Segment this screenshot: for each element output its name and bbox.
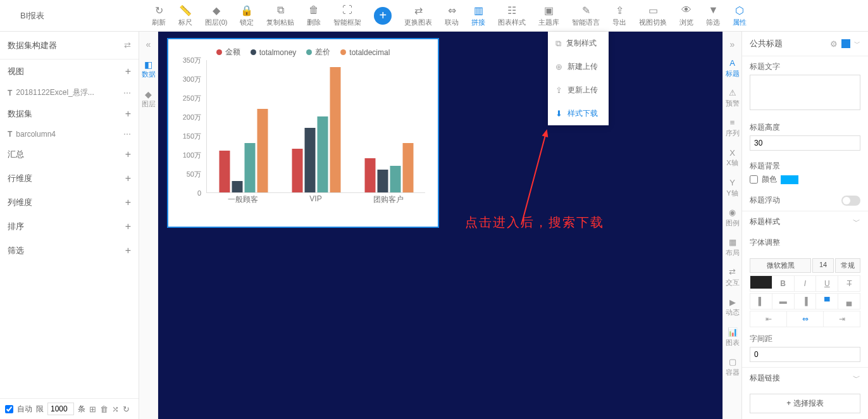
bar[interactable] <box>292 149 302 192</box>
bar[interactable] <box>232 181 242 192</box>
chevron-down-icon[interactable]: ﹀ <box>854 39 860 48</box>
tool-smartframe[interactable]: ⛶智能框架 <box>327 0 368 32</box>
tool-join[interactable]: ▥拼接 <box>465 0 492 32</box>
title-text-input[interactable] <box>750 75 860 110</box>
legend-差价[interactable]: 差价 <box>306 47 330 58</box>
font-color-button[interactable] <box>750 276 772 289</box>
add-filter-button[interactable]: + <box>125 245 131 256</box>
bar[interactable] <box>390 166 400 192</box>
grid-icon[interactable]: ⊞ <box>89 404 96 414</box>
bar[interactable] <box>257 109 268 192</box>
align-left-button[interactable]: ▌ <box>750 294 772 309</box>
indent-right-button[interactable]: ⇥ <box>824 311 860 327</box>
add-dataset-button[interactable]: + <box>125 108 131 120</box>
tool-viewswitch[interactable]: ▭视图切换 <box>633 0 673 32</box>
bold-button[interactable]: B <box>772 276 795 291</box>
expand-link-icon[interactable]: ﹀ <box>853 373 860 384</box>
tool-refresh[interactable]: ↻刷新 <box>146 0 172 32</box>
tool-delete[interactable]: 🗑删除 <box>301 0 327 32</box>
add-coldim-button[interactable]: + <box>125 197 131 208</box>
dropdown-样式下载[interactable]: ⬇样式下载 <box>548 102 609 125</box>
tool-link[interactable]: ⇔联动 <box>438 0 465 32</box>
add-rowdim-button[interactable]: + <box>125 173 131 184</box>
bar[interactable] <box>244 143 255 192</box>
view-item[interactable]: T20181122Excel_悬浮...⋯ <box>0 84 139 102</box>
view-item-menu[interactable]: ⋯ <box>123 89 131 97</box>
add-view-button[interactable]: + <box>125 66 131 77</box>
spacing-input[interactable] <box>750 347 860 362</box>
bar[interactable] <box>219 151 230 192</box>
trash-icon[interactable]: 🗑 <box>100 404 108 414</box>
rtab-图例[interactable]: ◉图例 <box>724 203 741 232</box>
auto-checkbox[interactable] <box>5 405 13 413</box>
dropdown-复制样式[interactable]: ⧉复制样式 <box>548 32 609 55</box>
indent-center-button[interactable]: ⇔ <box>787 311 824 327</box>
bar[interactable] <box>377 170 388 192</box>
rtab-标题[interactable]: A标题 <box>724 53 741 83</box>
tool-ruler[interactable]: 📏标尺 <box>172 0 199 32</box>
builder-toggle-icon[interactable]: ⇄ <box>124 41 131 50</box>
select-report-button[interactable]: + 选择报表 <box>750 394 860 413</box>
tool-theme[interactable]: ▣主题库 <box>532 0 566 32</box>
expand-icon[interactable]: ﹀ <box>853 216 860 227</box>
strike-button[interactable]: T̶ <box>838 276 860 291</box>
rtab-序列[interactable]: ≡序列 <box>724 113 741 142</box>
rtab-布局[interactable]: ▦布局 <box>724 232 741 262</box>
header-checkbox[interactable] <box>841 39 850 48</box>
limit-input[interactable] <box>47 403 74 415</box>
align-center-button[interactable]: ▬ <box>772 294 795 309</box>
collapse-right-icon[interactable]: » <box>730 39 735 49</box>
dataset-item-menu[interactable]: ⋯ <box>123 130 131 139</box>
tool-export[interactable]: ⇪导出 <box>606 0 633 32</box>
align-bottom-button[interactable]: ▄ <box>838 294 860 309</box>
font-family-select[interactable]: 微软雅黑 <box>750 258 811 273</box>
title-height-input[interactable] <box>750 135 860 151</box>
bar[interactable] <box>402 143 413 192</box>
bar[interactable] <box>364 158 375 192</box>
tool-layer[interactable]: ◆图层(0) <box>199 0 233 32</box>
rtab-X轴[interactable]: XX轴 <box>724 143 741 173</box>
tool-copypaste[interactable]: ⧉复制粘贴 <box>260 0 301 32</box>
canvas[interactable]: 金额totalmoney差价totaldecimal 050万100万150万2… <box>158 32 722 419</box>
color-swatch[interactable] <box>781 175 798 184</box>
italic-button[interactable]: I <box>795 276 817 291</box>
align-top-button[interactable]: ▀ <box>816 294 838 309</box>
underline-button[interactable]: U <box>816 276 838 291</box>
rtab-动态[interactable]: ▶动态 <box>724 292 741 322</box>
rtab-交互[interactable]: ⇄交互 <box>724 262 741 292</box>
chart-container[interactable]: 金额totalmoney差价totaldecimal 050万100万150万2… <box>167 38 439 228</box>
add-summary-button[interactable]: + <box>125 149 131 160</box>
color-checkbox[interactable] <box>750 175 758 184</box>
tool-lock[interactable]: 🔒锁定 <box>233 0 260 32</box>
strip-layer-tab[interactable]: ◆图层 <box>142 84 156 114</box>
tool-preview[interactable]: 👁浏览 <box>673 0 700 32</box>
tool-voice[interactable]: ✎智能语言 <box>566 0 606 32</box>
dropdown-更新上传[interactable]: ⇪更新上传 <box>548 78 609 102</box>
tool-prop[interactable]: ⬡属性 <box>726 0 753 32</box>
tool-filter[interactable]: ▼筛选 <box>700 0 726 32</box>
dataset-item[interactable]: Tbarcolumn4⋯ <box>0 126 139 142</box>
shuffle-icon[interactable]: ⤭ <box>112 404 119 414</box>
gear-icon[interactable]: ⚙ <box>830 39 838 49</box>
add-sort-button[interactable]: + <box>125 221 131 232</box>
dropdown-新建上传[interactable]: ⊕新建上传 <box>548 55 609 78</box>
font-size-select[interactable]: 14 <box>812 258 834 273</box>
rtab-Y轴[interactable]: YY轴 <box>724 173 741 203</box>
bar[interactable] <box>317 116 328 192</box>
bar[interactable] <box>330 67 340 192</box>
rtab-预警[interactable]: ⚠预警 <box>724 83 741 113</box>
align-right-button[interactable]: ▐ <box>795 294 817 309</box>
legend-金额[interactable]: 金额 <box>216 47 240 58</box>
tool-chartstyle[interactable]: ☷图表样式 <box>492 0 532 32</box>
legend-totalmoney[interactable]: totalmoney <box>251 47 297 58</box>
tool-add[interactable]: + <box>368 0 398 32</box>
strip-data-tab[interactable]: ◧数据 <box>142 54 156 84</box>
bar[interactable] <box>304 128 315 192</box>
tool-changechart[interactable]: ⇄更换图表 <box>398 0 438 32</box>
collapse-left-icon[interactable]: « <box>146 39 151 49</box>
rtab-容器[interactable]: ▢容器 <box>724 352 741 382</box>
rtab-图表[interactable]: 📊图表 <box>724 322 741 352</box>
title-float-toggle[interactable] <box>841 196 860 206</box>
font-weight-select[interactable]: 常规 <box>835 258 860 273</box>
refresh-small-icon[interactable]: ↻ <box>123 404 130 414</box>
